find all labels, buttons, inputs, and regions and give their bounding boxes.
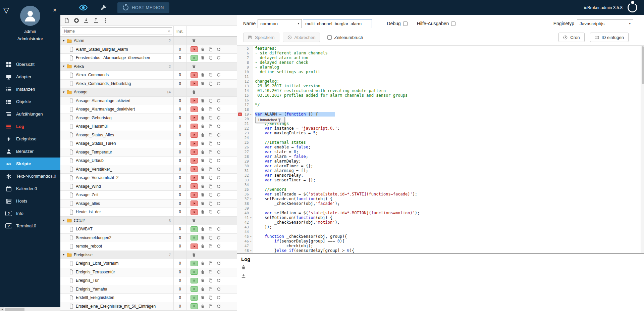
tree-script-row[interactable]: Ereignis_Terrassentür0 <box>60 268 237 277</box>
sidebar-item-bersicht[interactable]: Übersicht <box>0 58 60 71</box>
restart-script-button[interactable] <box>215 46 222 52</box>
delete-script-button[interactable] <box>199 115 206 121</box>
code-line[interactable]: var enable = false; <box>255 145 644 149</box>
copy-script-button[interactable] <box>207 115 214 121</box>
folder-select[interactable]: common ▾ <box>258 19 302 28</box>
tree-script-row[interactable]: Erstellt_eine_Ereignisliste_mit_50_Eintr… <box>60 302 237 311</box>
code-line[interactable] <box>255 98 644 102</box>
collapse-caret-icon[interactable]: ▼ <box>62 253 67 256</box>
start-script-button[interactable] <box>191 183 198 189</box>
copy-script-button[interactable] <box>207 261 214 266</box>
delete-script-button[interactable] <box>199 124 206 129</box>
delete-script-button[interactable] <box>199 192 206 198</box>
pause-script-button[interactable] <box>191 303 198 309</box>
start-script-button[interactable] <box>191 124 198 129</box>
start-script-button[interactable] <box>191 115 198 121</box>
code-line[interactable]: changelog: <box>255 79 644 84</box>
restart-script-button[interactable] <box>215 243 222 249</box>
code-line[interactable] <box>255 229 644 234</box>
copy-script-button[interactable] <box>207 243 214 249</box>
start-script-button[interactable] <box>191 149 198 155</box>
restart-script-button[interactable] <box>215 303 222 309</box>
delete-script-button[interactable] <box>199 286 206 292</box>
collapse-caret-icon[interactable]: ▼ <box>62 65 67 68</box>
sidebar-horizontal-scrollbar[interactable]: ◄ <box>0 307 60 311</box>
delete-script-button[interactable] <box>199 149 206 155</box>
pause-script-button[interactable] <box>191 55 198 61</box>
code-scrollbar[interactable] <box>641 46 644 253</box>
scrollbar-thumb[interactable] <box>642 46 644 84</box>
code-line[interactable]: var sensorTimer = {}; <box>255 178 644 182</box>
copy-script-button[interactable] <box>207 303 214 309</box>
fold-arrow-icon[interactable]: ▾ <box>249 249 253 252</box>
delete-script-button[interactable] <box>199 235 206 240</box>
start-script-button[interactable] <box>191 81 198 86</box>
tree-script-row[interactable]: Ansage_Verstärker_0 <box>60 165 237 174</box>
sidebar-item-text-kommandos-0[interactable]: Text->Kommandos.0 <box>0 170 60 182</box>
copy-script-button[interactable] <box>207 132 214 138</box>
code-line[interactable]: - delayed sensor check <box>255 60 644 65</box>
copy-script-button[interactable] <box>207 278 214 283</box>
restart-script-button[interactable] <box>215 72 222 78</box>
copy-script-button[interactable] <box>207 192 214 198</box>
tree-script-row[interactable]: remote_reboot0 <box>60 242 237 251</box>
delete-script-button[interactable] <box>199 55 206 61</box>
code-line[interactable]: 03.10.2017 profiles added for alarm chan… <box>255 93 644 98</box>
delete-script-button[interactable] <box>199 261 206 266</box>
sidebar-item-aufz-hlungen[interactable]: Aufzählungen <box>0 108 60 120</box>
restart-script-button[interactable] <box>215 183 222 189</box>
new-script-button[interactable] <box>64 17 70 24</box>
delete-script-button[interactable] <box>199 303 206 309</box>
restart-script-button[interactable] <box>215 141 222 146</box>
copy-script-button[interactable] <box>207 149 214 155</box>
delete-folder-button[interactable] <box>191 218 197 223</box>
tree-script-row[interactable]: Ereignis_Licht_Vorraum0 <box>60 259 237 268</box>
tree-script-row[interactable]: Ansage_Wind0 <box>60 182 237 191</box>
restart-script-button[interactable] <box>215 295 222 301</box>
tree-folder-row[interactable]: ▼Alexa2 <box>60 62 237 71</box>
save-button[interactable]: Speichern <box>243 33 279 42</box>
sidebar-item-instanzen[interactable]: Instanzen <box>0 83 60 95</box>
pause-script-button[interactable] <box>191 286 198 292</box>
fold-arrow-icon[interactable]: ▾ <box>249 240 253 243</box>
code-line[interactable]: _checkSensor(obj,'motion'); <box>255 220 644 225</box>
code-editor[interactable]: 56789101112131415161718✕19▾2021222324252… <box>237 45 644 253</box>
fold-arrow-icon[interactable]: ▾ <box>249 197 253 201</box>
expand-collapse-button[interactable] <box>103 17 109 24</box>
start-script-button[interactable] <box>191 243 198 249</box>
delete-script-button[interactable] <box>199 278 206 283</box>
start-script-button[interactable] <box>191 72 198 78</box>
pause-script-button[interactable] <box>191 235 198 240</box>
copy-script-button[interactable] <box>207 81 214 86</box>
code-line[interactable]: _checkSensor(obj,'facade'); <box>255 201 644 206</box>
code-line[interactable] <box>255 117 644 121</box>
pause-script-button[interactable] <box>191 261 198 266</box>
tree-script-row[interactable]: Alarm_States_Burglar_Alarm0 <box>60 45 237 54</box>
tree-script-row[interactable]: Erstellt_Ereignislisten0 <box>60 294 237 302</box>
code-line[interactable]: var selMotion = $('state[state.id=*.MOTI… <box>255 211 644 215</box>
help-output-checkbox[interactable] <box>451 21 455 26</box>
copy-script-button[interactable] <box>207 295 214 301</box>
delete-script-button[interactable] <box>199 72 206 78</box>
fold-arrow-icon[interactable]: ▾ <box>249 113 253 116</box>
delete-script-button[interactable] <box>199 226 206 232</box>
sidebar-item-hosts[interactable]: Hosts <box>0 195 60 207</box>
code-line[interactable]: var selFacade = $('state[state.id=*.STAT… <box>255 192 644 196</box>
copy-script-button[interactable] <box>207 209 214 215</box>
tree-script-row[interactable]: Ansage_Alarmanlage_deaktiviert0 <box>60 105 237 114</box>
delete-script-button[interactable] <box>199 201 206 206</box>
download-log-button[interactable] <box>241 273 246 278</box>
restart-script-button[interactable] <box>215 132 222 138</box>
code-line[interactable] <box>255 182 644 187</box>
tree-folder-row[interactable]: ▼Ansage14 <box>60 88 237 97</box>
wordwrap-checkbox[interactable] <box>327 35 332 40</box>
restart-script-button[interactable] <box>215 201 222 206</box>
code-line[interactable]: function _checkSensor(obj, group){ <box>255 234 644 239</box>
sidebar-item-benutzer[interactable]: Benutzer <box>0 145 60 158</box>
code-line[interactable] <box>255 135 644 140</box>
code-line[interactable]: }); <box>255 225 644 229</box>
delete-script-button[interactable] <box>199 209 206 215</box>
code-line[interactable]: var alarmLog = []; <box>255 168 644 173</box>
restart-script-button[interactable] <box>215 106 222 112</box>
code-line[interactable]: */ <box>255 102 644 107</box>
